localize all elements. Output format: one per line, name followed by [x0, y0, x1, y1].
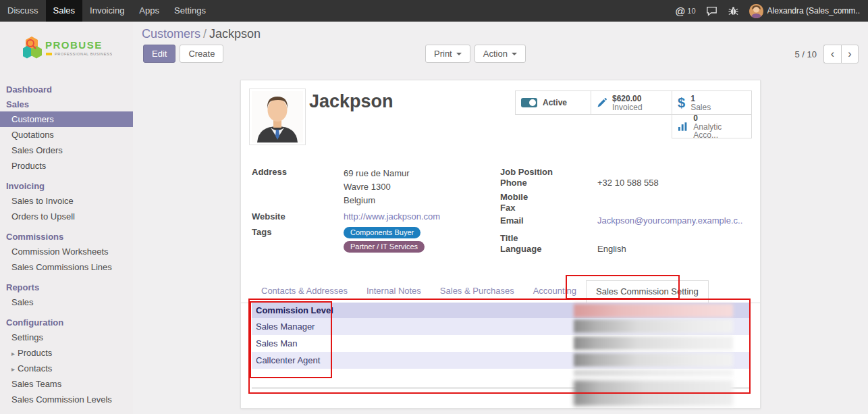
tag-partner-it-services[interactable]: Partner / IT Services	[344, 241, 425, 253]
menu-settings[interactable]: Settings	[167, 0, 213, 22]
pager-value: 5 / 10	[794, 49, 817, 59]
sidebar-item-reports-sales[interactable]: Sales	[0, 294, 133, 310]
sidebar-item-orders-to-upsell[interactable]: Orders to Upsell	[0, 209, 133, 224]
notebook-tabs: Contacts & Addresses Internal Notes Sale…	[241, 280, 760, 303]
sidebar-item-config-contacts[interactable]: ▸Contacts	[0, 361, 133, 376]
sidebar-section-configuration[interactable]: Configuration	[0, 315, 133, 330]
breadcrumb: Customers/Jackpson	[142, 27, 261, 41]
commission-level-cell: Callcenter Agent	[256, 355, 320, 365]
logo-title: PROBUSE	[45, 39, 103, 51]
sidebar-item-label: Products	[18, 348, 52, 358]
address-label: Address	[252, 167, 344, 177]
sidebar-item-sales-teams[interactable]: Sales Teams	[0, 376, 133, 392]
sidebar-item-commission-worksheets[interactable]: Commission Worksheets	[0, 244, 133, 259]
address-street: 69 rue de Namur	[344, 167, 410, 180]
print-label: Print	[434, 49, 452, 59]
menu-invoicing[interactable]: Invoicing	[82, 0, 132, 22]
expand-icon: ▸	[11, 365, 15, 373]
mentions-button[interactable]: @ 10	[675, 5, 695, 17]
chat-bubble-icon[interactable]	[706, 6, 717, 16]
at-icon: @	[675, 5, 685, 17]
sidebar-section-dashboard[interactable]: Dashboard	[0, 82, 133, 97]
phone-label: Phone	[500, 178, 597, 188]
user-menu[interactable]: Alexandra (Sales_comm..	[749, 4, 860, 18]
app-logo[interactable]: PROBUSE PROFESSIONAL BUSINESS	[0, 22, 133, 82]
user-avatar	[749, 4, 763, 18]
table-row[interactable]: Sales Man	[252, 335, 751, 352]
sidebar-section-invoicing[interactable]: Invoicing	[0, 178, 133, 193]
commission-level-cell: Sales Manager	[256, 321, 315, 332]
customer-form: Jackpson Active $620.00 Invoiced $ 1 Sal…	[240, 80, 761, 409]
breadcrumb-separator: /	[200, 27, 209, 41]
sidebar-item-sales-commissions-lines[interactable]: Sales Commissions Lines	[0, 259, 133, 275]
fax-label: Fax	[500, 203, 597, 213]
sidebar-section-sales[interactable]: Sales	[0, 97, 133, 111]
title-field: Title	[500, 233, 751, 244]
website-label: Website	[252, 211, 344, 222]
email-field: Email Jackpson@yourcompany.example.c..	[500, 215, 751, 233]
pager-next-button[interactable]: ›	[841, 45, 859, 63]
phone-value: +32 10 588 558	[597, 178, 659, 188]
bug-icon[interactable]	[728, 6, 739, 16]
tab-internal-notes[interactable]: Internal Notes	[357, 280, 431, 303]
sidebar-item-sales-commission-levels[interactable]: Sales Commission Levels	[0, 392, 133, 407]
address-city: Wavre 1300	[344, 180, 410, 194]
sidebar-item-config-products[interactable]: ▸Products	[0, 345, 133, 361]
sidebar-item-customers[interactable]: Customers	[0, 111, 133, 127]
sidebar-item-settings[interactable]: Settings	[0, 330, 133, 345]
sales-count-label: Sales	[690, 103, 711, 111]
record-buttons: Edit Create	[143, 45, 223, 63]
sidebar-item-sales-orders[interactable]: Sales Orders	[0, 143, 133, 158]
sidebar-item-label: Contacts	[18, 363, 52, 373]
table-row-empty	[252, 369, 751, 378]
expand-icon: ▸	[11, 350, 15, 357]
tab-sales-commission-setting[interactable]: Sales Commission Setting	[586, 280, 709, 303]
commission-level-header: Commission Level	[252, 303, 751, 318]
website-field: Website http://www.jackpson.com	[252, 211, 485, 222]
active-toggle-button[interactable]: Active	[515, 90, 591, 115]
customer-photo[interactable]	[249, 88, 306, 145]
table-row[interactable]: Callcenter Agent	[252, 352, 751, 369]
tab-contacts-addresses[interactable]: Contacts & Addresses	[252, 280, 357, 303]
action-buttons: Print Action	[425, 45, 526, 63]
edit-button[interactable]: Edit	[143, 45, 175, 63]
sidebar-section-commissions[interactable]: Commissions	[0, 229, 133, 244]
redacted-value	[574, 353, 733, 367]
dollar-icon: $	[678, 95, 685, 111]
tab-accounting[interactable]: Accounting	[524, 280, 586, 303]
invoiced-stat-button[interactable]: $620.00 Invoiced	[591, 90, 672, 115]
logo-subtitle: PROFESSIONAL BUSINESS	[55, 52, 112, 56]
sales-stat-button[interactable]: $ 1 Sales	[672, 90, 752, 115]
create-button[interactable]: Create	[180, 45, 223, 63]
print-button[interactable]: Print	[425, 45, 470, 63]
tags-label: Tags	[252, 227, 344, 237]
tag-components-buyer[interactable]: Components Buyer	[344, 227, 421, 238]
table-row[interactable]: Sales Manager	[252, 318, 751, 335]
breadcrumb-customers[interactable]: Customers	[142, 27, 200, 41]
top-navbar: Discuss Sales Invoicing Apps Settings @ …	[0, 0, 868, 22]
analytic-count-value: 0	[693, 114, 746, 122]
mention-count: 10	[687, 7, 695, 15]
website-link[interactable]: http://www.jackpson.com	[344, 211, 440, 222]
sidebar: PROBUSE PROFESSIONAL BUSINESS Dashboard …	[0, 22, 133, 414]
menu-sales[interactable]: Sales	[46, 0, 83, 22]
menu-apps[interactable]: Apps	[132, 0, 167, 22]
title-label: Title	[500, 233, 597, 243]
top-menu: Discuss Sales Invoicing Apps Settings	[0, 0, 213, 22]
address-country: Belgium	[344, 194, 410, 207]
tab-sales-purchases[interactable]: Sales & Purchases	[431, 280, 524, 303]
job-position-label: Job Position	[500, 167, 597, 177]
sidebar-section-reports[interactable]: Reports	[0, 280, 133, 294]
sidebar-item-quotations[interactable]: Quotations	[0, 127, 133, 143]
action-button[interactable]: Action	[474, 45, 526, 63]
menu-discuss[interactable]: Discuss	[0, 0, 46, 22]
analytic-stat-button[interactable]: 0 Analytic Acco...	[672, 114, 752, 138]
right-field-group: Job Position Phone +32 10 588 558 Mobile…	[500, 167, 751, 255]
sidebar-item-products[interactable]: Products	[0, 158, 133, 174]
email-link[interactable]: Jackpson@yourcompany.example.c..	[597, 215, 742, 226]
language-field: Language English	[500, 244, 751, 255]
invoiced-label: Invoiced	[612, 103, 643, 111]
pager-previous-button[interactable]: ‹	[823, 45, 841, 63]
sidebar-item-sales-to-invoice[interactable]: Sales to Invoice	[0, 193, 133, 209]
redacted-footer-value	[574, 380, 733, 406]
